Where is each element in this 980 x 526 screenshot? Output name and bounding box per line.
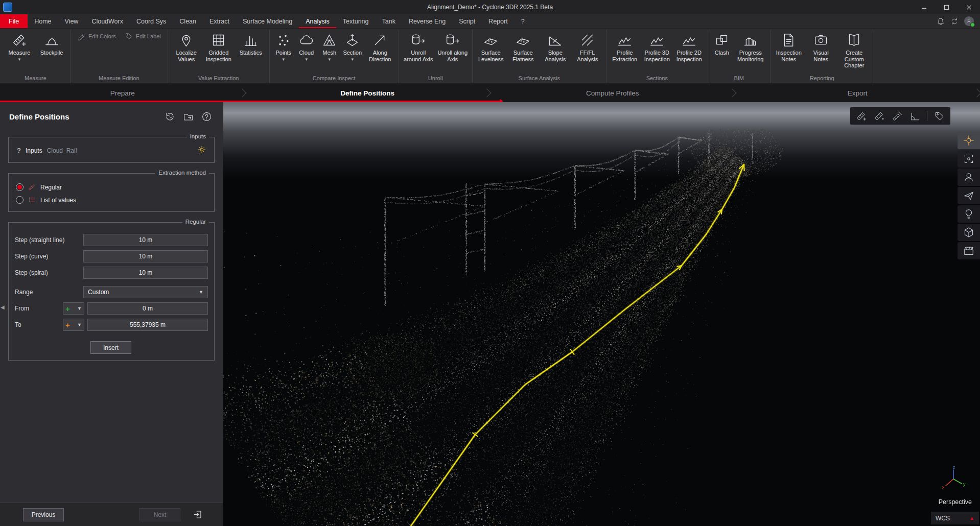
measure-line-button[interactable] <box>889 109 905 123</box>
ribbon-button-slope-analysis[interactable]: Slope Analysis <box>540 30 571 70</box>
ribbon-button-along-direction[interactable]: Along Direction <box>364 30 396 70</box>
cube-view-button[interactable] <box>958 224 980 241</box>
ribbon-button-profile-extraction[interactable]: Profile Extraction <box>609 30 641 70</box>
extraction-method-legend: Extraction method <box>155 170 209 176</box>
step-spiral-input[interactable] <box>83 267 208 279</box>
export-button[interactable] <box>181 109 195 124</box>
swatch-caret-icon: ▼ <box>77 306 82 311</box>
ribbon-group-bim: Clash Progress Monitoring BIM <box>708 30 771 83</box>
label-tool-button[interactable] <box>931 109 947 123</box>
unroll-around-axis-icon <box>411 33 426 47</box>
menu-home[interactable]: Home <box>28 14 58 28</box>
menu-analysis[interactable]: Analysis <box>299 14 336 28</box>
coordinate-system-selector[interactable]: WCS ▲ <box>931 512 979 524</box>
help-button[interactable] <box>199 109 214 124</box>
ribbon-button-statistics[interactable]: Statistics <box>235 30 267 70</box>
previous-button[interactable]: Previous <box>23 508 64 521</box>
to-color-picker[interactable]: + ▼ <box>63 319 84 331</box>
ribbon-button-clash[interactable]: Clash <box>711 30 733 70</box>
dropdown-caret-icon: ▾ <box>282 57 285 62</box>
measure-distance-button[interactable] <box>871 109 888 123</box>
user-avatar[interactable] <box>964 16 974 26</box>
label-tag-icon <box>934 111 945 122</box>
close-button[interactable] <box>958 0 980 14</box>
ribbon-button-stockpile[interactable]: Stockpile <box>36 30 67 70</box>
step-curve-label: Step (curve) <box>15 253 80 260</box>
animation-button[interactable] <box>958 242 980 259</box>
maximize-button[interactable] <box>935 0 958 14</box>
along-direction-icon <box>372 33 387 47</box>
menu-cloudworx[interactable]: CloudWorx <box>85 14 130 28</box>
radio-option-regular[interactable]: Regular <box>14 181 209 194</box>
ribbon-button-edit-colors[interactable]: Edit Colors <box>73 30 120 42</box>
menu-surface-modeling[interactable]: Surface Modeling <box>236 14 299 28</box>
measure-point-button[interactable] <box>853 109 870 123</box>
fffl-analysis-icon <box>580 33 595 47</box>
notification-bell-icon[interactable] <box>937 17 945 26</box>
menu-extract[interactable]: Extract <box>203 14 236 28</box>
walkthrough-button[interactable] <box>958 169 980 186</box>
menu-file[interactable]: File <box>0 14 28 28</box>
ribbon-button-unroll-around-axis[interactable]: Unroll around Axis <box>402 30 435 70</box>
panel-collapse-arrow[interactable]: ◀ <box>1 304 5 310</box>
ribbon-button-mesh[interactable]: Mesh ▾ <box>318 30 341 70</box>
workflow-steps-bar: Prepare Define Positions Compute Profile… <box>0 84 980 102</box>
ribbon-button-profile-3d-inspection[interactable]: Profile 3D Inspection <box>641 30 673 70</box>
ribbon-button-cloud[interactable]: Cloud ▾ <box>295 30 318 70</box>
minimize-button[interactable] <box>913 0 935 14</box>
menu-texturing[interactable]: Texturing <box>336 14 376 28</box>
fly-mode-button[interactable] <box>958 187 980 204</box>
menu-report[interactable]: Report <box>482 14 515 28</box>
next-button[interactable]: Next <box>139 508 180 521</box>
sync-icon[interactable] <box>950 17 959 26</box>
menu-tank[interactable]: Tank <box>375 14 402 28</box>
ribbon-button-points[interactable]: Points ▾ <box>272 30 295 70</box>
range-select[interactable]: Custom ▼ <box>83 286 208 298</box>
ribbon-button-edit-label[interactable]: Edit Label <box>121 30 165 42</box>
axis-x-label: x <box>942 485 945 490</box>
ribbon-button-localize-values[interactable]: Localize Values <box>171 30 202 70</box>
ribbon-button-measure[interactable]: Measure ▾ <box>4 30 35 70</box>
workflow-step-compute-profiles[interactable]: Compute Profiles <box>490 84 735 102</box>
ribbon-button-progress-monitoring[interactable]: Progress Monitoring <box>734 30 767 70</box>
step-straight-input[interactable] <box>83 234 208 246</box>
ribbon-button-surface-flatness[interactable]: Surface Flatness <box>507 30 539 70</box>
zoom-fit-button[interactable] <box>958 150 980 168</box>
visibility-sun-icon[interactable] <box>198 146 206 155</box>
to-input[interactable] <box>87 319 208 331</box>
from-color-picker[interactable]: + ▼ <box>63 302 84 315</box>
radio-button[interactable] <box>16 196 24 204</box>
menu-view[interactable]: View <box>58 14 85 28</box>
radio-option-list-of-values[interactable]: List of values <box>14 194 209 206</box>
ribbon-button-gridded-inspection[interactable]: Gridded Inspection <box>203 30 235 70</box>
reset-history-button[interactable] <box>162 109 177 124</box>
ribbon-button-section[interactable]: Section ▾ <box>341 30 364 70</box>
exit-workflow-button[interactable] <box>190 508 206 521</box>
menu-reverse-eng[interactable]: Reverse Eng <box>402 14 452 28</box>
ribbon-button-surface-levelness[interactable]: Surface Levelness <box>475 30 507 70</box>
axis-gizmo: z x y <box>940 465 967 493</box>
orbit-view-button[interactable] <box>958 132 980 149</box>
workflow-step-export[interactable]: Export <box>735 84 980 102</box>
from-input[interactable] <box>87 302 208 315</box>
step-curve-input[interactable] <box>83 250 208 262</box>
ribbon-button-create-custom-chapter[interactable]: Create Custom Chapter <box>837 30 871 70</box>
ribbon-button-fffl-analysis[interactable]: FF/FL Analysis <box>572 30 603 70</box>
ribbon-button-visual-notes[interactable]: Visual Notes <box>805 30 837 70</box>
insert-button[interactable]: Insert <box>90 341 131 354</box>
radio-button[interactable] <box>16 183 24 191</box>
menu-coord-sys[interactable]: Coord Sys <box>130 14 173 28</box>
extraction-method-group: Extraction method Regular List of values <box>8 173 215 212</box>
menu-script[interactable]: Script <box>452 14 482 28</box>
menu-help[interactable]: ? <box>515 14 531 28</box>
point-cloud-canvas[interactable] <box>223 102 980 526</box>
workflow-step-define-positions[interactable]: Define Positions <box>245 84 491 102</box>
3d-viewport[interactable]: z x y Perspective WCS ▲ <box>223 102 980 526</box>
measure-angle-button[interactable] <box>907 109 923 123</box>
ribbon-button-inspection-notes[interactable]: Inspection Notes <box>773 30 805 70</box>
menu-clean[interactable]: Clean <box>173 14 203 28</box>
workflow-step-prepare[interactable]: Prepare <box>0 84 245 102</box>
ribbon-button-unroll-along-axis[interactable]: Unroll along Axis <box>436 30 470 70</box>
lighting-button[interactable] <box>958 205 980 223</box>
ribbon-button-profile-2d-inspection[interactable]: Profile 2D Inspection <box>673 30 705 70</box>
